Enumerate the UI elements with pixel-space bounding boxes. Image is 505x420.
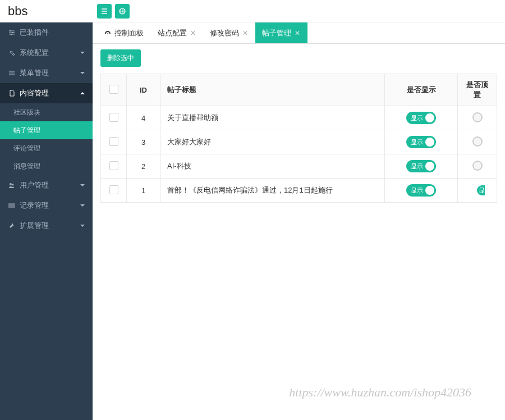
- sidebar-subitem-comments[interactable]: 评论管理: [0, 139, 93, 157]
- content-area: 删除选中 ID 帖子标题 是否显示 是否顶置 4 关于直播帮助额: [93, 44, 505, 420]
- toggle-label: 显示: [411, 138, 423, 147]
- sidebar-item-label: 扩展管理: [20, 221, 49, 231]
- sliders-icon: [8, 29, 15, 36]
- tab-site-config[interactable]: 站点配置 ✕: [151, 22, 203, 43]
- sidebar-subitem-posts[interactable]: 帖子管理: [0, 121, 93, 139]
- chevron-down-icon: [80, 204, 85, 207]
- barcode-icon: [8, 202, 15, 209]
- sidebar-item-label: 用户管理: [20, 180, 49, 190]
- globe-button[interactable]: [115, 4, 130, 19]
- svg-point-3: [10, 34, 11, 35]
- sidebar-item-label: 系统配置: [20, 48, 49, 58]
- show-toggle[interactable]: 显示: [406, 160, 436, 172]
- toggle-label: 显示: [411, 114, 423, 122]
- column-top: 是否顶置: [458, 74, 497, 106]
- file-icon: [8, 90, 15, 97]
- column-title: 帖子标题: [160, 74, 385, 106]
- sidebar-subitem-community[interactable]: 社区版块: [0, 103, 93, 121]
- toggle-label: 显示: [411, 186, 423, 195]
- users-icon: [8, 182, 15, 189]
- toggle-knob: [425, 113, 434, 122]
- sidebar-item-label: 内容管理: [20, 88, 49, 98]
- toggle-knob: [425, 186, 434, 195]
- cell-id: 2: [127, 154, 160, 179]
- app-logo: bbs: [0, 4, 93, 19]
- bars-icon: [8, 70, 15, 77]
- sidebar: 已装插件 系统配置 菜单管理 内容管理 社区版块 帖子管理 评论管理 消息管理 …: [0, 22, 93, 420]
- chevron-down-icon: [80, 72, 85, 74]
- show-toggle[interactable]: 显示: [406, 112, 436, 124]
- toggle-label: 显示: [411, 162, 423, 171]
- chevron-down-icon: [80, 52, 85, 54]
- toggle-knob: [425, 162, 434, 171]
- tab-label: 帖子管理: [262, 28, 291, 38]
- chevron-down-icon: [80, 225, 85, 227]
- header-buttons: [93, 4, 130, 19]
- top-toggle-off[interactable]: [472, 112, 483, 122]
- sidebar-item-system[interactable]: 系统配置: [0, 43, 93, 63]
- svg-point-7: [12, 184, 13, 186]
- sidebar-item-content[interactable]: 内容管理: [0, 83, 93, 103]
- tab-label: 修改密码: [210, 28, 239, 38]
- select-all-checkbox[interactable]: [109, 85, 118, 94]
- chevron-down-icon: [80, 184, 85, 186]
- menu-toggle-button[interactable]: [97, 4, 112, 19]
- svg-point-4: [10, 51, 12, 53]
- main-area: 控制面板 站点配置 ✕ 修改密码 ✕ 帖子管理 ✕ 删除选中 ID: [93, 22, 505, 420]
- row-checkbox[interactable]: [109, 185, 118, 194]
- column-id: ID: [127, 74, 160, 106]
- tab-bar: 控制面板 站点配置 ✕ 修改密码 ✕ 帖子管理 ✕: [93, 22, 505, 44]
- toggle-label: 显: [479, 186, 485, 195]
- show-toggle[interactable]: 显示: [406, 184, 436, 197]
- sidebar-item-label: 记录管理: [20, 200, 49, 211]
- sidebar-item-menu[interactable]: 菜单管理: [0, 63, 93, 83]
- tab-change-password[interactable]: 修改密码 ✕: [203, 22, 255, 43]
- table-header-row: ID 帖子标题 是否显示 是否顶置: [101, 74, 497, 106]
- table-row: 3 大家好大家好 显示: [101, 130, 497, 154]
- table-row: 2 AI-科技 显示: [101, 154, 497, 179]
- tab-dashboard[interactable]: 控制面板: [97, 22, 151, 43]
- close-icon[interactable]: ✕: [190, 29, 196, 37]
- tab-posts[interactable]: 帖子管理 ✕: [255, 22, 307, 43]
- posts-table: ID 帖子标题 是否显示 是否顶置 4 关于直播帮助额 显示: [100, 74, 497, 203]
- dashboard-icon: [104, 29, 111, 36]
- cell-id: 1: [127, 179, 160, 203]
- sidebar-subitem-label: 消息管理: [13, 162, 40, 171]
- cell-id: 3: [127, 130, 160, 154]
- cell-title: 大家好大家好: [160, 130, 385, 154]
- top-toggle-off[interactable]: [472, 161, 483, 171]
- sidebar-item-users[interactable]: 用户管理: [0, 175, 93, 195]
- sidebar-subitem-label: 社区版块: [13, 108, 40, 117]
- row-checkbox[interactable]: [109, 161, 118, 170]
- cell-title: 关于直播帮助额: [160, 106, 385, 130]
- cell-title: 首部！《反电信网络诈骗法》通过，12月1日起施行: [160, 179, 385, 203]
- row-checkbox[interactable]: [109, 137, 118, 146]
- top-toggle-off[interactable]: [472, 136, 483, 147]
- sidebar-item-label: 菜单管理: [20, 68, 49, 78]
- row-checkbox[interactable]: [109, 113, 118, 122]
- cell-id: 4: [127, 106, 160, 130]
- cell-title: AI-科技: [160, 154, 385, 179]
- globe-icon: [119, 7, 126, 15]
- sidebar-subitem-label: 评论管理: [13, 144, 40, 153]
- cogs-icon: [8, 49, 15, 57]
- close-icon[interactable]: ✕: [295, 29, 300, 37]
- sidebar-item-extensions[interactable]: 扩展管理: [0, 216, 93, 236]
- show-toggle[interactable]: 显示: [406, 136, 436, 148]
- sidebar-item-plugins[interactable]: 已装插件: [0, 22, 93, 43]
- column-show: 是否显示: [385, 74, 458, 106]
- tab-label: 控制面板: [114, 28, 144, 38]
- top-toggle-on[interactable]: 显: [477, 185, 485, 195]
- sidebar-subitem-messages[interactable]: 消息管理: [0, 157, 93, 175]
- table-row: 4 关于直播帮助额 显示: [101, 106, 497, 130]
- sidebar-item-label: 已装插件: [20, 28, 49, 38]
- sidebar-subitem-label: 帖子管理: [13, 126, 40, 135]
- svg-point-2: [12, 32, 13, 33]
- chevron-up-icon: [80, 92, 85, 94]
- svg-point-6: [10, 183, 12, 185]
- bars-icon: [101, 7, 108, 15]
- delete-selected-button[interactable]: 删除选中: [100, 49, 141, 67]
- sidebar-item-records[interactable]: 记录管理: [0, 195, 93, 216]
- close-icon[interactable]: ✕: [242, 29, 248, 37]
- wrench-icon: [8, 222, 15, 230]
